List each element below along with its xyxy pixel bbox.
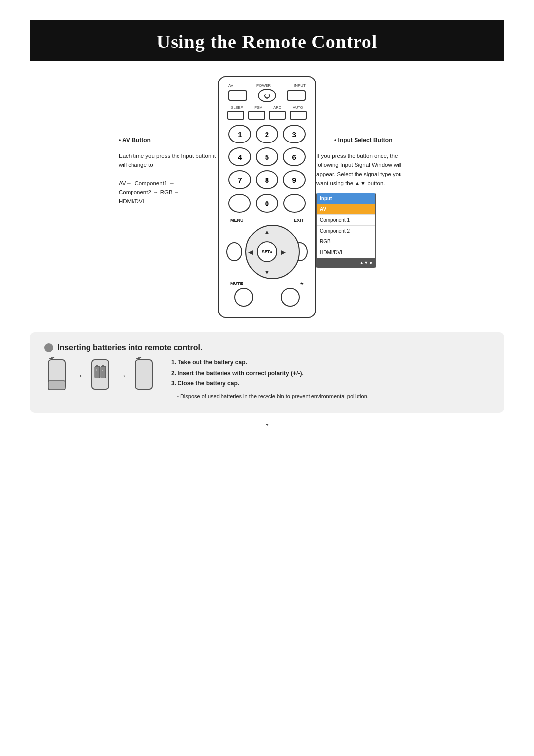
- battery-closed-img: [132, 357, 156, 394]
- psm-label: PSM: [254, 105, 262, 110]
- remote-control: AV POWER INPUT ⏻ SLEEP PSM ARC AUTO: [218, 76, 316, 318]
- mute-star-buttons: [225, 288, 309, 307]
- input-window-footer: ▲▼ ●: [317, 258, 375, 268]
- auto-label: AUTO: [293, 105, 303, 110]
- mute-star-labels: MUTE ★: [225, 281, 309, 286]
- input-item-component2[interactable]: Component 2: [317, 226, 375, 236]
- svg-rect-6: [96, 365, 98, 367]
- svg-rect-4: [92, 360, 109, 389]
- dpad: SET ● ▲ ▼ ◀ ▶: [245, 225, 289, 279]
- remote-body: AV POWER INPUT ⏻ SLEEP PSM ARC AUTO: [218, 76, 316, 318]
- left-extra-button[interactable]: [228, 194, 251, 213]
- av-label: AV: [228, 83, 233, 88]
- input-signal-window: Input AV Component 1 Component 2 RGB HDM…: [316, 193, 376, 269]
- power-label: POWER: [256, 83, 271, 88]
- input-select-description: If you press the button once, the follow…: [316, 151, 415, 188]
- av-sequence: AV→ Component1 →Component2 → RGB →HDMI/D…: [119, 180, 179, 204]
- battery-instructions: 1. Take out the battery cap. 2. Insert t…: [171, 357, 490, 402]
- svg-rect-1: [48, 381, 65, 390]
- battery-step-1: 1. Take out the battery cap.: [171, 357, 490, 368]
- battery-arrow-1: →: [74, 371, 83, 381]
- auto-button[interactable]: [290, 111, 307, 120]
- remote-top-row: ⏻: [225, 89, 309, 102]
- dpad-up-button[interactable]: ▲: [264, 228, 270, 235]
- numpad: 1 2 3 4 5 6 7 8 9: [225, 125, 309, 189]
- menu-button[interactable]: [226, 242, 242, 261]
- star-label: ★: [300, 281, 304, 286]
- remote-top-labels: AV POWER INPUT: [225, 83, 309, 88]
- battery-open-img: [44, 357, 69, 394]
- num-9-button[interactable]: 9: [283, 170, 306, 189]
- battery-step-3: 3. Close the battery cap.: [171, 378, 490, 389]
- battery-step-2: 2. Insert the batteries with correct pol…: [171, 368, 490, 379]
- psm-button[interactable]: [248, 111, 265, 120]
- remote-section: • AV Button Each time you press the Inpu…: [0, 76, 534, 318]
- page-number: 7: [0, 423, 534, 430]
- set-button[interactable]: SET ●: [257, 241, 277, 262]
- num-4-button[interactable]: 4: [228, 147, 251, 166]
- input-item-hdmi[interactable]: HDMI/DVI: [317, 247, 375, 258]
- input-window-header: Input: [317, 193, 375, 204]
- av-description: Each time you press the Input button it …: [119, 151, 218, 206]
- footer-arrows: ▲▼ ●: [359, 260, 372, 267]
- num-7-button[interactable]: 7: [228, 170, 251, 189]
- svg-rect-11: [135, 360, 152, 389]
- battery-section: Inserting batteries into remote control.: [30, 332, 504, 413]
- dpad-area: SET ● ▲ ▼ ◀ ▶: [225, 225, 309, 279]
- battery-images: → + - →: [44, 357, 156, 394]
- arc-button[interactable]: [269, 111, 286, 120]
- second-row-buttons: [225, 111, 309, 120]
- svg-rect-8: [102, 365, 104, 367]
- av-connector-line: [154, 142, 169, 142]
- second-row-labels: SLEEP PSM ARC AUTO: [225, 105, 309, 110]
- menu-label: MENU: [230, 218, 244, 223]
- av-button[interactable]: [228, 90, 247, 101]
- num-0-button[interactable]: 0: [256, 194, 278, 213]
- num-6-button[interactable]: 6: [283, 147, 306, 166]
- right-annotation: • Input Select Button If you press the b…: [316, 76, 415, 268]
- sleep-button[interactable]: [227, 111, 244, 120]
- input-button[interactable]: [287, 90, 306, 101]
- input-connector-line: [316, 142, 331, 142]
- av-button-label: • AV Button: [119, 136, 151, 144]
- exit-label: EXIT: [294, 218, 304, 223]
- num-8-button[interactable]: 8: [256, 170, 278, 189]
- arc-label: ARC: [273, 105, 281, 110]
- bottom-num-row: 0: [225, 194, 309, 213]
- battery-title: Inserting batteries into remote control.: [44, 343, 490, 352]
- input-item-rgb[interactable]: RGB: [317, 236, 375, 247]
- num-2-button[interactable]: 2: [256, 125, 278, 143]
- star-button[interactable]: [281, 288, 300, 307]
- bullet-icon: [44, 343, 53, 352]
- menu-exit-labels: MENU EXIT: [225, 218, 309, 223]
- mute-button[interactable]: [234, 288, 253, 307]
- num-5-button[interactable]: 5: [256, 147, 278, 166]
- mute-label: MUTE: [230, 281, 243, 286]
- title-banner: Using the Remote Control: [30, 20, 504, 61]
- battery-note: • Dispose of used batteries in the recyc…: [171, 391, 490, 402]
- input-item-av[interactable]: AV: [317, 204, 375, 215]
- num-1-button[interactable]: 1: [228, 125, 251, 143]
- battery-insert-img: + -: [88, 357, 113, 394]
- svg-point-3: [51, 357, 53, 359]
- input-item-component1[interactable]: Component 1: [317, 215, 375, 226]
- power-icon: ⏻: [264, 92, 270, 99]
- svg-text:+: +: [95, 368, 97, 372]
- page-title: Using the Remote Control: [30, 31, 504, 52]
- power-button[interactable]: ⏻: [258, 89, 276, 102]
- dpad-down-button[interactable]: ▼: [264, 269, 270, 276]
- battery-arrow-2: →: [118, 371, 127, 381]
- svg-point-13: [138, 357, 140, 359]
- right-extra-button[interactable]: [283, 194, 306, 213]
- dpad-right-button[interactable]: ▶: [281, 248, 286, 256]
- input-label: INPUT: [294, 83, 306, 88]
- sleep-label: SLEEP: [231, 105, 243, 110]
- dpad-left-button[interactable]: ◀: [248, 248, 253, 256]
- battery-content: Inserting batteries into remote control.: [44, 343, 490, 402]
- num-3-button[interactable]: 3: [283, 125, 306, 143]
- input-select-button-label: • Input Select Button: [334, 136, 393, 144]
- left-annotation: • AV Button Each time you press the Inpu…: [119, 76, 218, 206]
